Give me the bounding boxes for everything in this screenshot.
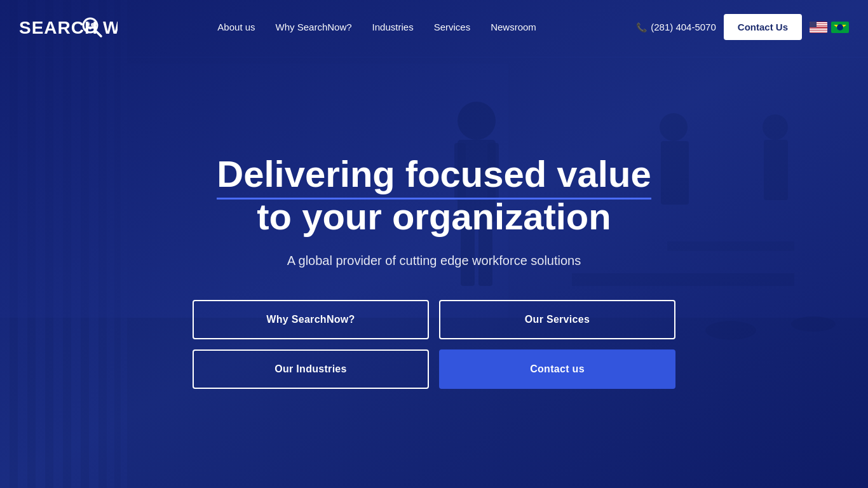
contact-hero-button[interactable]: Contact us: [439, 349, 675, 389]
hero-subtitle: A global provider of cutting edge workfo…: [287, 254, 581, 268]
nav-item-services[interactable]: Services: [424, 22, 481, 33]
our-services-button[interactable]: Our Services: [439, 300, 675, 339]
hero-title: Delivering focused value to your organiz…: [217, 153, 651, 238]
logo[interactable]: SEARCH W: [19, 10, 118, 44]
nav-links: About us Why SearchNow? Industries Servi…: [207, 22, 546, 33]
flag-icons: [810, 22, 849, 33]
nav-link-services[interactable]: Services: [424, 22, 481, 32]
nav-right: 📞 (281) 404-5070 Contact Us: [636, 14, 849, 40]
nav-item-about[interactable]: About us: [207, 22, 265, 33]
hero-title-line2: to your organization: [257, 196, 611, 237]
why-searchnow-button[interactable]: Why SearchNow?: [193, 300, 429, 339]
nav-item-why[interactable]: Why SearchNow?: [266, 22, 362, 33]
nav-link-why[interactable]: Why SearchNow?: [266, 22, 362, 32]
svg-text:W: W: [103, 18, 118, 37]
svg-point-31: [86, 23, 90, 27]
hero-section: Delivering focused value to your organiz…: [0, 54, 868, 488]
flag-us-icon[interactable]: [810, 22, 827, 33]
hero-title-line1: Delivering focused value: [217, 153, 651, 196]
nav-link-newsroom[interactable]: Newsroom: [480, 22, 546, 32]
nav-item-industries[interactable]: Industries: [362, 22, 424, 33]
phone-text: (281) 404-5070: [651, 22, 716, 32]
phone-number: 📞 (281) 404-5070: [636, 22, 716, 32]
nav-link-industries[interactable]: Industries: [362, 22, 424, 32]
nav-link-about[interactable]: About us: [207, 22, 265, 32]
flag-br-icon[interactable]: [831, 22, 849, 33]
nav-item-newsroom[interactable]: Newsroom: [480, 22, 546, 33]
navbar: SEARCH W About us Why SearchNow? Industr…: [0, 0, 868, 54]
hero-buttons: Why SearchNow? Our Services Our Industri…: [193, 300, 675, 389]
phone-icon: 📞: [636, 22, 647, 32]
our-industries-button[interactable]: Our Industries: [193, 349, 429, 389]
svg-point-32: [91, 23, 95, 27]
logo-svg: SEARCH W: [19, 10, 118, 44]
contact-us-button[interactable]: Contact Us: [724, 14, 802, 40]
